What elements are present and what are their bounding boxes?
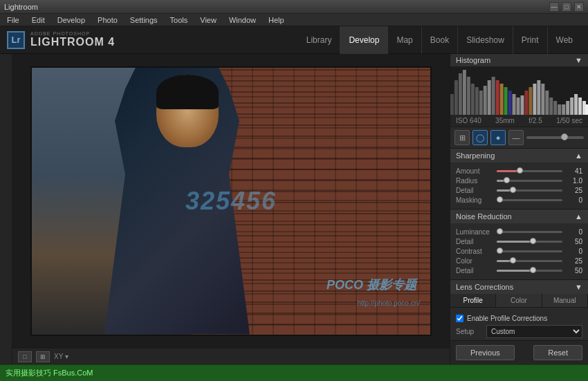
svg-rect-11 xyxy=(496,80,499,115)
nav-develop[interactable]: Develop xyxy=(340,26,387,54)
noise-title: Noise Reduction xyxy=(456,212,512,221)
tool-row: ⊞ ◯ ● — xyxy=(450,127,588,149)
svg-rect-21 xyxy=(537,80,540,115)
color-detail-value: 50 xyxy=(565,267,582,275)
maximize-button[interactable]: □ xyxy=(562,2,571,12)
color-track[interactable] xyxy=(497,260,562,262)
menu-help[interactable]: Help xyxy=(266,15,287,26)
histogram-header: Histogram ▼ xyxy=(450,54,588,66)
noise-body: Luminance 0 Detail 50 Contra xyxy=(450,223,588,279)
svg-rect-1 xyxy=(454,80,458,115)
menu-edit[interactable]: Edit xyxy=(29,15,48,26)
view-toggle-button[interactable]: □ xyxy=(18,351,32,362)
histogram-collapse-icon[interactable]: ▼ xyxy=(575,56,582,64)
dot-tool[interactable]: ● xyxy=(490,130,506,145)
enable-corrections-checkbox[interactable] xyxy=(456,315,463,322)
nav-map[interactable]: Map xyxy=(387,26,421,54)
circle-tool[interactable]: ◯ xyxy=(472,130,488,145)
noise-header[interactable]: Noise Reduction ▲ xyxy=(450,210,588,223)
adobe-label: ADOBE PHOTOSHOP xyxy=(30,31,115,36)
nav-book[interactable]: Book xyxy=(421,26,457,54)
line-tool[interactable]: — xyxy=(508,130,524,145)
lens-header[interactable]: Lens Corrections ▼ xyxy=(450,280,588,294)
svg-rect-27 xyxy=(562,104,565,115)
menu-settings[interactable]: Settings xyxy=(127,15,160,26)
svg-rect-25 xyxy=(553,101,557,115)
coordinate-label: XY ▾ xyxy=(54,353,68,360)
color-detail-track[interactable] xyxy=(497,270,562,272)
lens-tabs: Profile Color Manual xyxy=(450,294,588,308)
color-detail-label: Detail xyxy=(456,267,494,275)
center-panel: 325456 POCO 摄影专题 http://photo.poco.cn/ □… xyxy=(12,54,450,364)
detail-row: Detail 25 xyxy=(456,187,582,194)
photo-container[interactable]: 325456 POCO 摄影专题 http://photo.poco.cn/ xyxy=(12,54,450,348)
nav-print[interactable]: Print xyxy=(513,26,547,54)
titlebar-controls: — □ ✕ xyxy=(549,2,584,12)
svg-rect-23 xyxy=(545,91,549,115)
nav-slideshow[interactable]: Slideshow xyxy=(457,26,513,54)
menu-develop[interactable]: Develop xyxy=(55,15,88,26)
radius-track[interactable] xyxy=(497,180,562,182)
sharpening-header[interactable]: Sharpening ▲ xyxy=(450,149,588,162)
noise-detail-track[interactable] xyxy=(497,241,562,243)
amount-track[interactable] xyxy=(497,170,562,172)
previous-button[interactable]: Previous xyxy=(456,345,515,360)
menubar: File Edit Develop Photo Settings Tools V… xyxy=(0,14,588,26)
tab-profile[interactable]: Profile xyxy=(450,294,496,307)
detail-track[interactable] xyxy=(497,189,562,192)
lens-body: Enable Profile Corrections Setup Custom … xyxy=(450,308,588,340)
grid-button[interactable]: ⊞ xyxy=(36,351,50,362)
amount-row: Amount 41 xyxy=(456,167,582,175)
menu-view[interactable]: View xyxy=(197,15,219,26)
masking-row: Masking 0 xyxy=(456,196,582,204)
svg-rect-24 xyxy=(549,97,553,115)
menu-photo[interactable]: Photo xyxy=(95,15,120,26)
menu-file[interactable]: File xyxy=(4,15,22,26)
reset-button[interactable]: Reset xyxy=(533,345,582,360)
color-value: 25 xyxy=(565,257,582,265)
titlebar: Lightroom — □ ✕ xyxy=(0,0,588,14)
grid-tool[interactable]: ⊞ xyxy=(454,130,470,145)
menu-window[interactable]: Window xyxy=(226,15,259,26)
svg-rect-20 xyxy=(533,84,536,115)
nav-library[interactable]: Library xyxy=(298,26,340,54)
svg-rect-7 xyxy=(479,91,483,115)
luminance-row: Luminance 0 xyxy=(456,228,582,236)
color-label: Color xyxy=(456,257,494,265)
svg-rect-16 xyxy=(517,97,520,115)
menu-tools[interactable]: Tools xyxy=(167,15,191,26)
svg-rect-26 xyxy=(558,104,561,115)
masking-value: 0 xyxy=(565,196,582,204)
svg-rect-9 xyxy=(488,80,491,115)
svg-rect-6 xyxy=(475,87,479,115)
svg-rect-3 xyxy=(463,70,466,115)
tool-slider[interactable] xyxy=(526,136,584,139)
masking-track[interactable] xyxy=(497,199,562,201)
iso-value: ISO 640 xyxy=(456,117,481,124)
detail-value: 25 xyxy=(565,187,582,194)
svg-rect-17 xyxy=(520,95,524,115)
footer-text: 实用摄影技巧 FsBus.CoM xyxy=(6,368,93,378)
color-detail-row: Detail 50 xyxy=(456,267,582,275)
radius-label: Radius xyxy=(456,177,494,185)
setup-row: Setup Custom xyxy=(456,325,582,338)
tab-color[interactable]: Color xyxy=(496,294,542,307)
contrast-row: Contrast 0 xyxy=(456,248,582,255)
setup-select[interactable]: Custom xyxy=(486,325,582,338)
main-area: 325456 POCO 摄影专题 http://photo.poco.cn/ □… xyxy=(0,54,588,364)
svg-rect-2 xyxy=(459,73,462,115)
radius-value: 1.0 xyxy=(565,177,582,185)
nav-web[interactable]: Web xyxy=(547,26,581,54)
noise-detail-value: 50 xyxy=(565,238,582,245)
histogram-canvas xyxy=(450,66,588,115)
right-panel: Histogram ▼ xyxy=(450,54,588,364)
sharpening-title: Sharpening xyxy=(456,151,495,160)
shutter-speed: 1/50 sec xyxy=(556,117,582,124)
minimize-button[interactable]: — xyxy=(549,2,559,12)
svg-rect-15 xyxy=(513,94,516,115)
close-button[interactable]: ✕ xyxy=(574,2,584,12)
contrast-track[interactable] xyxy=(497,250,562,252)
lens-collapse: ▼ xyxy=(575,283,582,291)
tab-manual[interactable]: Manual xyxy=(542,294,588,307)
luminance-track[interactable] xyxy=(497,231,562,233)
